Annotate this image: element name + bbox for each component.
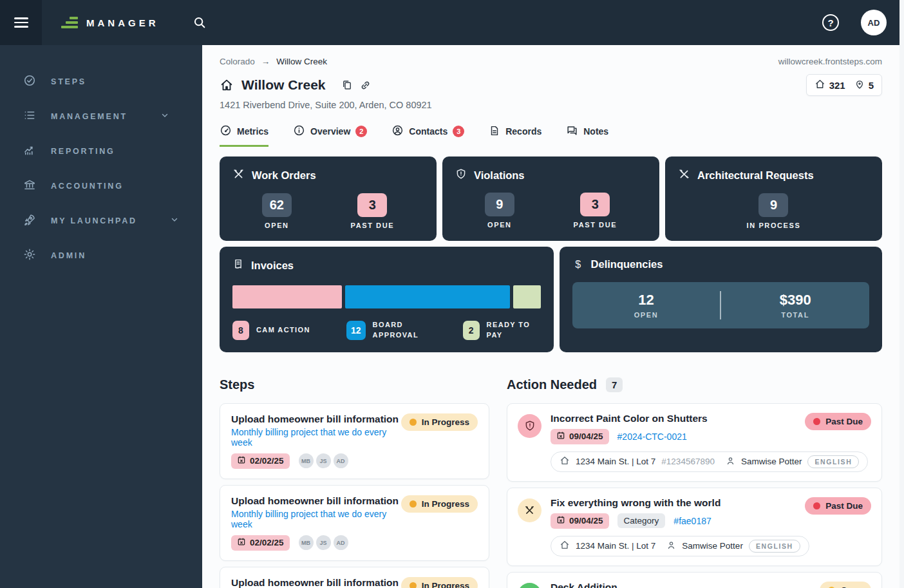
invoices-legend: 8 CAM ACTION 12 BOARD APPROVAL 2 READY T… [232, 320, 541, 341]
language-badge: ENGLISH [807, 455, 859, 468]
delinquencies-panel: 12 OPEN $390 TOTAL [572, 282, 869, 328]
action-needed-count: 7 [606, 377, 623, 392]
bar-segment-board-approval [345, 285, 510, 308]
locations-count: 5 [869, 80, 874, 91]
work-orders-card: Work Orders 62 OPEN 3 PAST DUE [220, 156, 437, 241]
invoices-card: Invoices 8 CAM ACTION 12 BOARD APPROVAL … [220, 247, 554, 352]
work-order-tools-icon [518, 498, 541, 522]
person-name: Samwise Potter [741, 457, 802, 466]
steps-section: Steps Upload homeowner bill information … [220, 375, 489, 588]
portal-domain: willowcreek.frontsteps.com [778, 57, 882, 66]
property-info-pill[interactable]: 1234 Main St. | Lot 7 #1234567890 Samwis… [551, 451, 868, 472]
breadcrumb-current[interactable]: Willow Creek [276, 57, 327, 66]
tab-badge: 2 [355, 126, 367, 137]
bar-segment-ready-to-pay [513, 285, 541, 308]
open-metric: 9 OPEN [485, 193, 514, 229]
tab-notes[interactable]: Notes [566, 124, 608, 147]
avatar: AD [334, 535, 348, 550]
app-brand: MANAGER [61, 17, 159, 29]
sidebar-item-management[interactable]: MANAGEMENT [0, 99, 202, 134]
action-needed-section: Action Needed 7 Incorrect Paint Color on… [507, 375, 882, 588]
tools-icon [678, 168, 690, 183]
avatar: JS [316, 535, 331, 550]
brand-name: MANAGER [86, 17, 159, 28]
avatar: JS [316, 453, 331, 468]
violations-card: Violations 9 OPEN 3 PAST DUE [442, 156, 659, 241]
person-circle-icon [391, 124, 404, 138]
document-icon [489, 125, 500, 138]
action-card[interactable]: Fix everything wrong with the world 09/0… [507, 488, 882, 566]
link-icon[interactable] [359, 79, 372, 91]
user-avatar[interactable]: AD [861, 10, 887, 35]
open-count: 62 [262, 193, 292, 217]
reference-link[interactable]: #2024-CTC-0021 [617, 432, 687, 442]
scrollbar-track[interactable] [899, 0, 904, 588]
delinquencies-open: 12 OPEN [572, 292, 720, 319]
tab-overview[interactable]: Overview 2 [293, 124, 367, 147]
delinquencies-card: $ Delinquencies 12 OPEN $390 TOTAL [560, 247, 882, 352]
page-title: Willow Creek [241, 77, 326, 93]
rocket-icon [23, 213, 36, 229]
tools-icon [232, 168, 245, 183]
tab-contacts[interactable]: Contacts 3 [391, 124, 464, 147]
step-card[interactable]: Upload homeowner bill information Monthl… [220, 485, 489, 561]
reference-link[interactable]: #fae0187 [673, 516, 711, 526]
step-card[interactable]: Upload homeowner bill information Monthl… [220, 567, 489, 588]
due-date-pill: 09/04/25 [551, 429, 609, 444]
calendar-icon [556, 515, 565, 526]
address-text: 1234 Main St. | Lot 7 [576, 541, 655, 551]
sidebar-item-admin[interactable]: ADMIN [0, 238, 202, 273]
breadcrumb: Colorado → Willow Creek willowcreek.fron… [220, 57, 882, 66]
chart-icon [23, 144, 36, 159]
check-circle-icon [23, 74, 36, 90]
search-icon[interactable] [193, 15, 207, 30]
breadcrumb-parent[interactable]: Colorado [220, 57, 255, 66]
manager-logo-icon [61, 17, 78, 29]
status-badge: Past Due [805, 497, 871, 515]
due-date-pill: 02/02/25 [231, 535, 290, 551]
action-card[interactable]: Incorrect Paint Color on Shutters 09/04/… [507, 403, 882, 482]
action-title: Deck Addition [551, 582, 738, 588]
hamburger-icon [14, 15, 28, 30]
status-badge: In Progress [401, 495, 478, 513]
sidebar-item-my-launchpad[interactable]: MY LAUNCHPAD [0, 204, 202, 238]
property-info-pill[interactable]: 1234 Main St. | Lot 7 Samwise Potter ENG… [551, 536, 809, 556]
due-date-pill: 02/02/25 [231, 453, 290, 469]
person-icon [726, 456, 735, 468]
homes-count: 321 [829, 80, 845, 91]
past-due-count: 3 [357, 193, 387, 217]
tab-records[interactable]: Records [489, 124, 541, 147]
sidebar: STEPS MANAGEMENT REPORTING ACCOUNTING MY… [0, 45, 202, 588]
action-card[interactable]: Deck Addition 09/04/25 BASIC PROCESS #00… [507, 572, 882, 588]
property-stats-pill[interactable]: 321 5 [806, 74, 882, 96]
address-text: 1234 Main St. | Lot 7 [576, 457, 655, 466]
step-project-link[interactable]: Monthly billing project that we do every… [231, 509, 401, 529]
hamburger-menu-button[interactable] [0, 0, 42, 45]
past-due-metric: 3 PAST DUE [351, 193, 395, 229]
avatar: AD [334, 453, 348, 468]
help-icon[interactable]: ? [822, 14, 839, 31]
action-title: Incorrect Paint Color on Shutters [551, 413, 708, 424]
notes-icon [566, 124, 578, 138]
sidebar-item-steps[interactable]: STEPS [0, 64, 202, 99]
legend-item: 12 BOARD APPROVAL [346, 320, 427, 341]
sidebar-item-reporting[interactable]: REPORTING [0, 134, 202, 169]
language-badge: ENGLISH [749, 540, 800, 553]
status-badge: Open [820, 582, 871, 588]
open-count: 9 [485, 193, 514, 216]
bar-segment-cam-action [232, 285, 342, 308]
dollar-icon: $ [572, 259, 584, 270]
delinquencies-total: $390 TOTAL [721, 292, 869, 319]
past-due-metric: 3 PAST DUE [574, 193, 617, 229]
status-badge: In Progress [401, 577, 478, 588]
sidebar-item-accounting[interactable]: ACCOUNTING [0, 169, 202, 204]
step-card[interactable]: Upload homeowner bill information Monthl… [220, 403, 489, 479]
step-project-link[interactable]: Monthly billing project that we do every… [231, 427, 401, 448]
chevron-down-icon [160, 111, 169, 122]
info-icon [293, 124, 305, 138]
tab-metrics[interactable]: Metrics [220, 124, 268, 147]
property-header: Willow Creek 321 5 [220, 74, 882, 96]
gear-icon [23, 248, 36, 263]
copy-icon[interactable] [341, 79, 353, 91]
receipt-icon [232, 258, 244, 272]
